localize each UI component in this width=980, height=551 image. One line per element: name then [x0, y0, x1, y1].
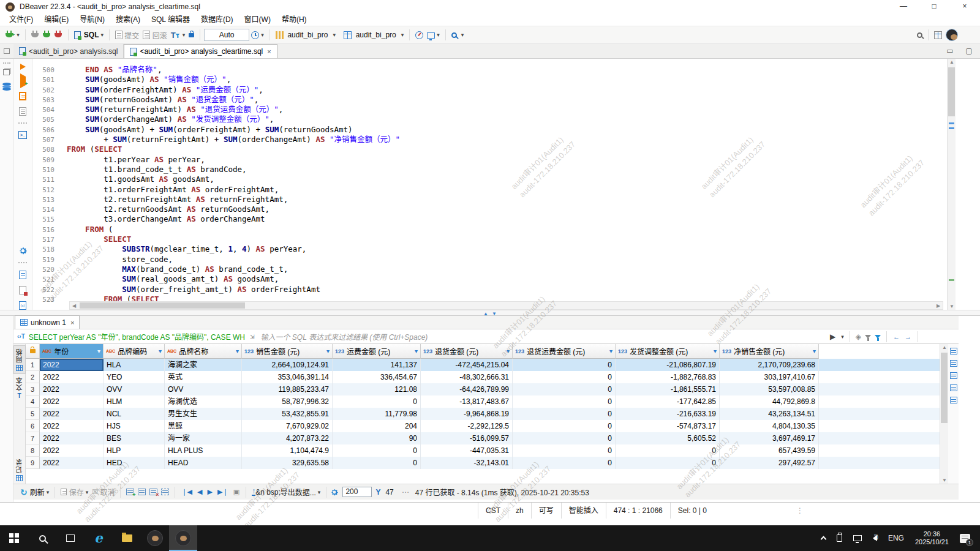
overflow-menu-icon[interactable]: ⋯: [402, 488, 409, 497]
table-cell[interactable]: 43,263,134.51: [720, 408, 819, 420]
table-cell[interactable]: 0: [616, 444, 720, 457]
rollback-button[interactable]: 回滚: [143, 30, 167, 40]
table-cell[interactable]: 44,792,869.8: [720, 395, 819, 408]
table-row[interactable]: 52022NCL男生女生53,432,855.9111,779.98-9,964…: [26, 408, 940, 420]
status-segment[interactable]: zh: [508, 503, 531, 519]
table-row[interactable]: 72022BES海一家4,207,873.2290-516,099.5705,6…: [26, 432, 940, 444]
row-number[interactable]: 5: [26, 408, 40, 420]
delete-row-icon[interactable]: [149, 489, 157, 495]
table-cell[interactable]: 303,197,410.67: [720, 371, 819, 383]
table-cell[interactable]: 329,635.58: [242, 457, 333, 469]
aggregate-panel-icon[interactable]: [950, 360, 957, 367]
table-cell[interactable]: OVV: [165, 383, 242, 395]
settings-gear-icon[interactable]: [18, 246, 28, 255]
sql-terminal-icon[interactable]: >_: [18, 131, 27, 139]
execute-new-tab-icon[interactable]: +: [20, 77, 26, 85]
row-number[interactable]: 8: [26, 444, 40, 457]
action-center-button[interactable]: 1: [960, 534, 970, 543]
presentation-tab-3[interactable]: 记录: [13, 456, 26, 484]
editor-tab-analysis[interactable]: <audit_bi_pro> analysis.sql: [13, 44, 124, 58]
row-number[interactable]: 1: [26, 359, 40, 371]
column-filter-arrow-icon[interactable]: ▾: [326, 348, 330, 354]
scrollbar-thumb[interactable]: [941, 353, 948, 423]
restore-panel-icon[interactable]: [0, 44, 13, 58]
row-number[interactable]: 2: [26, 371, 40, 383]
table-cell[interactable]: 0: [513, 457, 616, 469]
table-cell[interactable]: 0: [333, 457, 421, 469]
references-panel-icon[interactable]: [950, 384, 957, 391]
save-button[interactable]: 保存▾: [61, 487, 88, 497]
open-perspective-button[interactable]: [934, 31, 942, 39]
table-cell[interactable]: 0: [513, 432, 616, 444]
code-area[interactable]: 500 END AS "品牌名称",501 SUM(goodsAmt) AS "…: [32, 65, 947, 304]
table-cell[interactable]: HEAD: [165, 457, 242, 469]
table-cell[interactable]: 0: [513, 359, 616, 371]
first-row-icon[interactable]: ❘◀: [181, 488, 192, 496]
table-cell[interactable]: HLA PLUS: [165, 444, 242, 457]
column-header-3[interactable]: ABC品牌名称▾: [165, 344, 242, 359]
code-line[interactable]: 509 t1.perYear AS perYear,: [32, 155, 947, 165]
scroll-down-icon[interactable]: ▼: [940, 478, 949, 483]
menu-item[interactable]: 编辑(E): [39, 13, 74, 26]
table-cell[interactable]: 4,804,130.35: [720, 420, 819, 432]
export-data-button[interactable]: ↑&n bsp;导出数据...▾: [252, 487, 320, 497]
table-cell[interactable]: 0: [616, 457, 720, 469]
presentation-tab-1[interactable]: 网格: [13, 345, 26, 374]
go-to-row-icon[interactable]: ▣: [233, 488, 239, 496]
table-cell[interactable]: 0: [333, 444, 421, 457]
editor-results-sash[interactable]: ▲▼: [0, 310, 980, 316]
table-cell[interactable]: NCL: [104, 408, 165, 420]
code-line[interactable]: 517 SELECT: [32, 234, 947, 244]
table-cell[interactable]: -32,143.01: [421, 457, 513, 469]
table-cell[interactable]: 353,046,391.14: [242, 371, 333, 383]
table-cell[interactable]: -21,086,807.19: [616, 359, 720, 371]
row-number[interactable]: 3: [26, 383, 40, 395]
table-cell[interactable]: 英式: [165, 371, 242, 383]
column-header-4[interactable]: 123销售金额 (元)▾: [242, 344, 333, 359]
expand-filter-icon[interactable]: ⇲: [250, 334, 255, 340]
table-cell[interactable]: 4,207,873.22: [242, 432, 333, 444]
transaction-log-button[interactable]: T▾: [171, 31, 185, 40]
fetch-size-input[interactable]: 200: [342, 487, 372, 497]
app-button-1[interactable]: [141, 525, 169, 551]
database-navigator-icon[interactable]: [2, 83, 11, 90]
commit-mode-select[interactable]: Auto: [204, 29, 249, 41]
code-line[interactable]: 501 SUM(goodsAmt) AS "销售金额（元）",: [32, 75, 947, 84]
code-line[interactable]: 519 store_code,: [32, 255, 947, 264]
row-number[interactable]: 4: [26, 395, 40, 408]
table-cell[interactable]: 2022: [40, 408, 104, 420]
menu-item[interactable]: SQL 编辑器: [146, 13, 195, 26]
table-row[interactable]: 82022HLPHLA PLUS1,104,474.90-447,035.310…: [26, 444, 940, 457]
table-cell[interactable]: -472,454,215.04: [421, 359, 513, 371]
table-cell[interactable]: -48,302,666.31: [421, 371, 513, 383]
network-button[interactable]: ▾: [427, 32, 440, 39]
usb-tray-icon[interactable]: [837, 534, 842, 542]
table-cell[interactable]: OVV: [104, 383, 165, 395]
menu-item[interactable]: 导航(N): [74, 13, 110, 26]
clear-filter-button[interactable]: ◈: [856, 332, 861, 341]
variables-icon[interactable]: (x): [19, 301, 26, 310]
column-filter-arrow-icon[interactable]: ▾: [813, 348, 816, 354]
metadata-panel-icon[interactable]: [950, 372, 957, 379]
internet-explorer-button[interactable]: e: [85, 525, 113, 551]
table-cell[interactable]: 2022: [40, 371, 104, 383]
database-select[interactable]: audit_bi_pro▾: [276, 31, 336, 39]
table-cell[interactable]: 7,670,929.02: [242, 420, 333, 432]
scrollbar-thumb[interactable]: [80, 302, 245, 309]
output-log-icon[interactable]: [19, 286, 26, 294]
table-cell[interactable]: -9,964,868.19: [421, 408, 513, 420]
dashboard-button[interactable]: [415, 31, 423, 39]
commit-button[interactable]: 提交: [115, 30, 139, 40]
code-line[interactable]: 511 t1.goodsAmt AS goodsAmt,: [32, 174, 947, 184]
column-filter-arrow-icon[interactable]: ▾: [236, 348, 239, 354]
language-indicator[interactable]: ENG: [888, 534, 904, 542]
minimize-editor-icon[interactable]: ▭: [942, 45, 958, 58]
menu-item[interactable]: 数据库(D): [195, 13, 239, 26]
status-segment[interactable]: CST: [478, 503, 508, 519]
table-cell[interactable]: 11,779.98: [333, 408, 421, 420]
code-line[interactable]: 516 FROM (: [32, 225, 947, 234]
status-segment[interactable]: Sel: 0 | 0: [670, 503, 714, 519]
table-cell[interactable]: -516,099.57: [421, 432, 513, 444]
last-row-icon[interactable]: ▶❘: [217, 488, 228, 496]
table-row[interactable]: 32022OVVOVV119,885,233.47121.08-64,426,7…: [26, 383, 940, 395]
